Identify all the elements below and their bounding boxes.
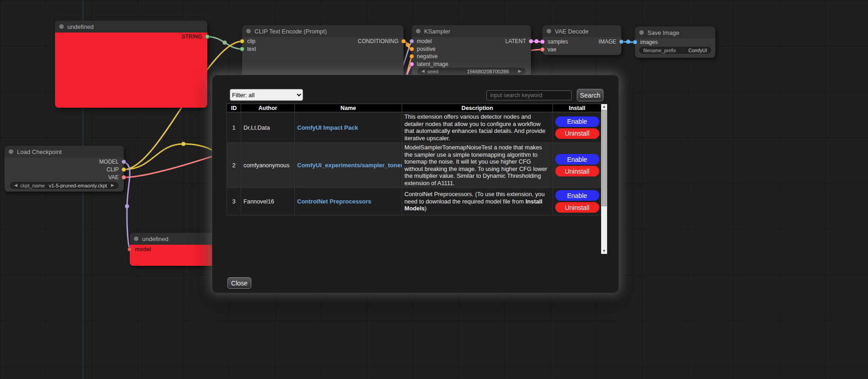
- output-port-vae[interactable]: VAE: [108, 174, 126, 181]
- output-port-conditioning[interactable]: CONDITIONING: [358, 38, 406, 44]
- port-label: model: [135, 246, 151, 253]
- table-header-row: ID Author Name Description Install: [227, 104, 602, 112]
- filename-prefix-widget[interactable]: filename_prefix ComfyUI: [639, 47, 711, 54]
- node-graph-canvas[interactable]: undefined STRING CLIP Text Encode (Promp…: [0, 0, 868, 379]
- node-ksampler[interactable]: KSampler model positive negative latent_…: [412, 25, 531, 77]
- output-port-model[interactable]: MODEL: [99, 159, 126, 165]
- scroll-down-arrow-icon[interactable]: ▼: [601, 248, 607, 254]
- search-button[interactable]: Search: [577, 89, 603, 101]
- extension-name-link[interactable]: ComfyUI Impact Pack: [297, 124, 358, 131]
- uninstall-button[interactable]: Uninstall: [555, 166, 599, 176]
- port-dot-icon[interactable]: [540, 47, 545, 52]
- wire-dot-string: [223, 41, 227, 45]
- port-label: STRING: [182, 33, 202, 40]
- input-port-model[interactable]: model: [409, 38, 432, 44]
- filter-select[interactable]: Filter: all: [230, 89, 303, 101]
- node-titlebar[interactable]: Save Image: [635, 27, 715, 38]
- column-header-id: ID: [227, 104, 241, 112]
- collapse-dot-icon[interactable]: [639, 30, 644, 35]
- node-body: [55, 33, 207, 108]
- node-titlebar[interactable]: KSampler: [412, 25, 531, 37]
- uninstall-button[interactable]: Uninstall: [555, 202, 599, 213]
- widget-label: filename_prefix: [643, 48, 676, 53]
- table-scrollbar[interactable]: ▲ ▼: [601, 104, 607, 254]
- node-titlebar[interactable]: Load Checkpoint: [5, 146, 124, 158]
- input-port-vae[interactable]: vae: [540, 46, 556, 53]
- table-row: 1 Dr.Lt.Data ComfyUI Impact Pack This ex…: [227, 112, 602, 143]
- port-label: text: [247, 46, 256, 52]
- input-port-negative[interactable]: negative: [409, 53, 437, 60]
- node-save-image[interactable]: Save Image images filename_prefix ComfyU…: [635, 27, 715, 58]
- port-dot-icon[interactable]: [401, 39, 406, 44]
- collapse-dot-icon[interactable]: [246, 29, 251, 33]
- input-port-latent-image[interactable]: latent_image: [409, 61, 448, 67]
- port-dot-icon[interactable]: [409, 62, 414, 66]
- widget-value: v1-5-pruned-emaonly.ckpt: [48, 183, 108, 188]
- node-load-checkpoint[interactable]: Load Checkpoint MODEL CLIP VAE ◀ ckpt_na…: [5, 146, 124, 192]
- node-vae-decode[interactable]: VAE Decode samples vae IMAGE: [542, 25, 621, 55]
- port-dot-icon[interactable]: [205, 34, 210, 39]
- node-clip-text-encode[interactable]: CLIP Text Encode (Prompt) clip text COND…: [242, 25, 404, 80]
- output-port-string[interactable]: STRING: [182, 33, 210, 40]
- next-arrow-icon[interactable]: ▶: [111, 183, 114, 187]
- output-port-clip[interactable]: CLIP: [106, 166, 126, 173]
- collapse-dot-icon[interactable]: [59, 24, 64, 29]
- input-port-model[interactable]: model: [127, 246, 151, 253]
- port-dot-icon[interactable]: [633, 40, 637, 44]
- port-dot-icon[interactable]: [240, 39, 244, 44]
- port-dot-icon[interactable]: [409, 54, 414, 59]
- port-dot-icon[interactable]: [409, 39, 414, 44]
- node-titlebar[interactable]: undefined: [55, 21, 207, 33]
- node-titlebar[interactable]: VAE Decode: [542, 25, 621, 37]
- enable-button[interactable]: Enable: [555, 190, 599, 201]
- port-label: clip: [247, 38, 255, 44]
- seed-widget[interactable]: ◀ seed 156680208700286 ▶: [417, 68, 525, 75]
- enable-button[interactable]: Enable: [555, 154, 599, 165]
- column-header-install: Install: [553, 104, 602, 112]
- input-port-positive[interactable]: positive: [409, 46, 436, 52]
- extension-name-link[interactable]: ControlNet Preprocessors: [297, 198, 371, 205]
- input-port-clip[interactable]: clip: [240, 38, 255, 44]
- node-titlebar[interactable]: CLIP Text Encode (Prompt): [242, 25, 404, 37]
- port-dot-icon[interactable]: [127, 247, 132, 252]
- node-title: CLIP Text Encode (Prompt): [254, 28, 327, 35]
- collapse-dot-icon[interactable]: [134, 236, 138, 241]
- port-dot-icon[interactable]: [619, 39, 624, 44]
- wire-dot-image: [626, 40, 630, 44]
- collapse-dot-icon[interactable]: [9, 149, 13, 154]
- port-label: MODEL: [99, 159, 119, 165]
- port-dot-icon[interactable]: [122, 167, 126, 172]
- widget-value: ComfyUI: [688, 48, 707, 53]
- output-port-latent[interactable]: LATENT: [505, 38, 533, 44]
- enable-button[interactable]: Enable: [555, 116, 599, 127]
- collapse-dot-icon[interactable]: [547, 29, 551, 33]
- port-label: CONDITIONING: [358, 38, 398, 44]
- node-undefined-string[interactable]: undefined STRING: [55, 21, 207, 108]
- port-dot-icon[interactable]: [409, 47, 414, 51]
- output-port-image[interactable]: IMAGE: [598, 38, 624, 45]
- widget-label: ckpt_name: [20, 183, 45, 188]
- port-dot-icon[interactable]: [540, 39, 545, 44]
- search-input[interactable]: [487, 90, 572, 100]
- increment-arrow-icon[interactable]: ▶: [518, 69, 521, 73]
- input-port-images[interactable]: images: [633, 39, 658, 45]
- extension-table: ID Author Name Description Install 1 Dr.…: [227, 104, 602, 215]
- port-label: VAE: [108, 174, 119, 181]
- extension-name-link[interactable]: ComfyUI_experiments/sampler_tonemap: [297, 162, 402, 169]
- port-dot-icon[interactable]: [240, 47, 244, 51]
- port-label: IMAGE: [598, 38, 616, 45]
- decrement-arrow-icon[interactable]: ◀: [421, 69, 425, 73]
- input-port-text[interactable]: text: [240, 46, 256, 52]
- port-dot-icon[interactable]: [122, 159, 126, 164]
- collapse-dot-icon[interactable]: [416, 29, 420, 33]
- previous-arrow-icon[interactable]: ◀: [14, 183, 17, 187]
- scroll-up-arrow-icon[interactable]: ▲: [601, 104, 607, 110]
- port-dot-icon[interactable]: [122, 175, 126, 180]
- close-button[interactable]: Close: [227, 277, 251, 289]
- uninstall-button[interactable]: Uninstall: [555, 128, 599, 139]
- port-dot-icon[interactable]: [529, 39, 533, 44]
- scrollbar-thumb[interactable]: [602, 110, 607, 206]
- input-port-samples[interactable]: samples: [540, 38, 568, 45]
- wire-dot-model: [125, 204, 129, 209]
- ckpt-name-widget[interactable]: ◀ ckpt_name v1-5-pruned-emaonly.ckpt ▶: [10, 182, 118, 189]
